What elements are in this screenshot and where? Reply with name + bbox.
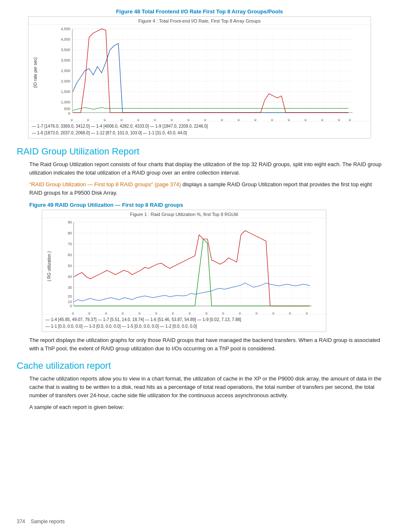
svg-text:12/14 12:00: 12/14 12:00	[338, 119, 340, 121]
svg-text:12/06 12:00: 12/06 12:00	[70, 119, 73, 121]
svg-text:12/07 00:00: 12/07 00:00	[87, 119, 90, 121]
cache-section-heading: Cache utilization report	[17, 360, 382, 371]
page-footer: 374 Sample reports	[17, 519, 65, 524]
svg-text:0: 0	[68, 111, 70, 116]
figure49-title: Figure 49 RAID Group Utilization — First…	[29, 202, 382, 208]
svg-text:12/10 00:00: 12/10 00:00	[187, 119, 190, 121]
svg-text:11/17 08:00: 11/17 08:00	[305, 312, 308, 314]
svg-text:11/15 03:00: 11/15 03:00	[72, 312, 74, 314]
svg-text:11/16 20:00: 11/16 20:00	[255, 312, 258, 314]
svg-text:40: 40	[68, 275, 72, 279]
svg-text:10: 10	[68, 300, 72, 304]
svg-text:12/09 00:00: 12/09 00:00	[153, 119, 156, 121]
svg-text:11/17 00:00: 11/17 00:00	[272, 312, 275, 314]
figure49-legend: — 1-4 [45.85, 49.07, 79.37] — 1-7 [5.51,…	[42, 314, 326, 332]
svg-text:1,500: 1,500	[61, 90, 70, 94]
figure49-y-axis-label: ( RG utilization )	[42, 218, 56, 314]
cache-para2: A sample of each report is given below:	[29, 403, 382, 411]
svg-text:11/16 08:00: 11/16 08:00	[205, 312, 208, 314]
svg-text:12/13 12:00: 12/13 12:00	[304, 119, 307, 121]
svg-text:12/12 00:00: 12/12 00:00	[254, 119, 257, 121]
svg-text:12/07 12:00: 12/07 12:00	[103, 119, 106, 121]
figure49-chart: Figure 1 : Raid Group Utilization %, fir…	[42, 210, 326, 332]
svg-text:12/14 00:00: 12/14 00:00	[321, 119, 324, 121]
footer-page-number: 374	[17, 519, 25, 524]
svg-text:11/15 20:00: 11/15 20:00	[155, 312, 158, 314]
svg-text:11/16 00:00: 11/16 00:00	[171, 312, 174, 314]
svg-text:12/10 12:00: 12/10 12:00	[204, 119, 207, 121]
svg-text:12/11 00:00: 12/11 00:00	[220, 119, 223, 121]
svg-text:50: 50	[68, 264, 72, 268]
raid-para1: The Raid Group Utilization report consis…	[29, 160, 382, 177]
svg-text:12/15 00:00: 12/15 00:00	[348, 119, 351, 121]
svg-text:3,000: 3,000	[61, 58, 70, 62]
figure48-title: Figure 48 Total Frontend I/O Rate First …	[17, 8, 382, 15]
figure49-chart-title: Figure 1 : Raid Group Utilization %, fir…	[42, 210, 326, 218]
footer-label: Sample reports	[31, 519, 64, 524]
svg-text:12/08 00:00: 12/08 00:00	[120, 119, 123, 121]
figure48-legend: — 1-7 [1476.0, 3369.0, 3412.0] — 1-4 [40…	[28, 121, 371, 138]
svg-text:1,000: 1,000	[61, 100, 70, 104]
figure48-y-axis-label: (IO rate per sec)	[28, 25, 42, 121]
svg-text:12/09 12:00: 12/09 12:00	[170, 119, 173, 121]
svg-text:20: 20	[68, 294, 72, 298]
svg-text:4,500: 4,500	[61, 27, 70, 31]
svg-text:30: 30	[68, 285, 72, 290]
svg-text:12/13 00:00: 12/13 00:00	[287, 119, 290, 121]
svg-text:11/15 12:00: 11/15 12:00	[121, 312, 124, 314]
raid-link[interactable]: "RAID Group Utilization — First top 8 RA…	[29, 181, 181, 188]
svg-text:60: 60	[68, 253, 72, 257]
svg-text:2,000: 2,000	[61, 79, 70, 83]
svg-text:4,000: 4,000	[61, 37, 70, 41]
raid-para2: "RAID Group Utilization — First top 8 RA…	[29, 180, 382, 197]
figure48-chart: Figure 4 : Total Front-end I/O Rate, Fir…	[28, 16, 371, 139]
svg-text:11/15 08:00: 11/15 08:00	[105, 312, 107, 314]
figure48-chart-title: Figure 4 : Total Front-end I/O Rate, Fir…	[28, 17, 371, 25]
svg-text:11/16 12:00: 11/16 12:00	[222, 312, 225, 314]
svg-text:500: 500	[64, 107, 70, 111]
cache-para1: The cache utilization reports allow you …	[29, 375, 382, 400]
svg-text:2,500: 2,500	[61, 69, 70, 73]
svg-text:0: 0	[70, 304, 72, 308]
svg-text:70: 70	[68, 242, 72, 246]
svg-text:11/16 16:00: 11/16 16:00	[238, 312, 241, 314]
svg-text:11/15 16:00: 11/15 16:00	[138, 312, 141, 314]
raid-section-heading: RAID Group Utilization Report	[17, 146, 382, 157]
svg-text:3,500: 3,500	[61, 48, 70, 52]
raid-para3: The report displays the utilization grap…	[29, 336, 382, 353]
svg-text:11/15 04:00: 11/15 04:00	[88, 312, 91, 314]
svg-text:11/16 04:00: 11/16 04:00	[188, 312, 191, 314]
svg-text:80: 80	[68, 231, 72, 235]
svg-text:90: 90	[68, 220, 72, 224]
svg-text:12/08 12:00: 12/08 12:00	[137, 119, 140, 121]
svg-text:11/17 04:00: 11/17 04:00	[289, 312, 292, 314]
svg-text:12/11 12:00: 12/11 12:00	[237, 119, 240, 121]
svg-text:12/12 12:00: 12/12 12:00	[271, 119, 274, 121]
